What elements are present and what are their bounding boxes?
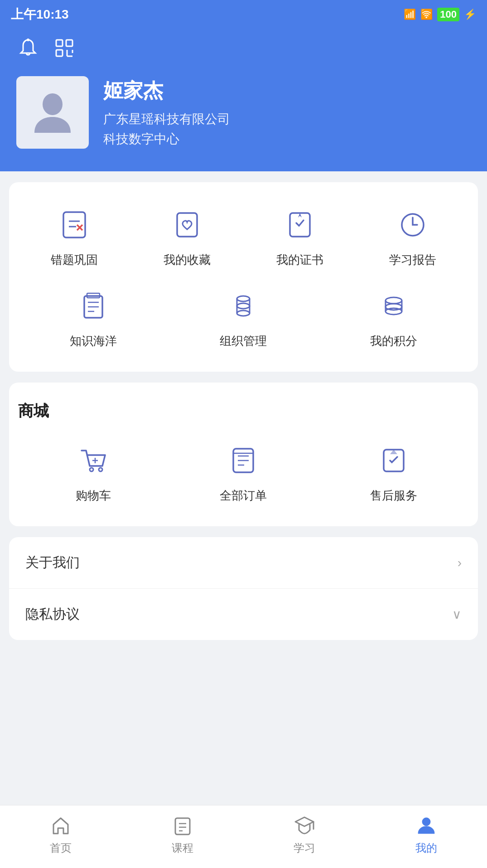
knowledge-ocean-label: 知识海洋	[70, 333, 117, 349]
cart-icon	[73, 441, 113, 480]
study-report-label: 学习报告	[389, 252, 436, 268]
org-icon	[223, 286, 263, 326]
svg-point-22	[237, 303, 250, 309]
after-sales-item[interactable]: 售后服务	[318, 441, 469, 504]
svg-point-0	[27, 39, 29, 41]
notification-button[interactable]	[16, 36, 40, 60]
svg-rect-1	[56, 40, 63, 46]
nav-study[interactable]: 学习	[293, 814, 316, 855]
svg-rect-3	[56, 50, 63, 56]
my-points-item[interactable]: 我的积分	[318, 286, 469, 349]
quick-actions-card: 错题巩固 我的收藏	[9, 182, 478, 372]
svg-point-34	[386, 308, 402, 315]
study-icon	[293, 814, 316, 837]
all-orders-item[interactable]: 全部订单	[169, 441, 319, 504]
mine-icon	[415, 814, 438, 837]
svg-rect-45	[175, 818, 190, 834]
nav-courses-label: 课程	[172, 841, 193, 855]
profile-company: 广东星瑶科技有限公司	[103, 111, 230, 128]
svg-point-36	[99, 468, 102, 471]
home-icon	[49, 814, 72, 837]
certificate-item[interactable]: 我的证书	[244, 205, 357, 268]
orders-icon	[223, 441, 263, 480]
chevron-right-icon: ›	[458, 556, 462, 570]
collection-label: 我的收藏	[164, 252, 211, 268]
shopping-cart-item[interactable]: 购物车	[18, 441, 169, 504]
certificate-icon	[280, 205, 320, 245]
svg-rect-13	[177, 213, 197, 237]
scan-button[interactable]	[53, 36, 76, 60]
certificate-label: 我的证书	[276, 252, 323, 268]
wifi-icon: 🛜	[420, 9, 433, 20]
all-orders-label: 全部订单	[220, 488, 267, 504]
bottom-navigation: 首页 课程 学习 我的	[0, 805, 487, 868]
profile-section: 姬家杰 广东星瑶科技有限公司 科技数字中心	[16, 76, 471, 149]
wrong-questions-icon	[54, 205, 94, 245]
nav-home-label: 首页	[50, 841, 72, 855]
nav-study-label: 学习	[294, 841, 315, 855]
org-management-label: 组织管理	[220, 333, 267, 349]
study-report-item[interactable]: 学习报告	[356, 205, 469, 268]
svg-point-50	[422, 818, 430, 826]
about-us-label: 关于我们	[25, 553, 80, 572]
battery-level: 100	[437, 8, 459, 21]
points-icon	[374, 286, 414, 326]
profile-info: 姬家杰 广东星瑶科技有限公司 科技数字中心	[103, 78, 230, 148]
after-sales-label: 售后服务	[370, 488, 417, 504]
shop-title: 商城	[18, 401, 469, 422]
quick-actions-row2: 知识海洋 组织管理	[18, 281, 469, 354]
quick-actions-row1: 错题巩固 我的收藏	[18, 200, 469, 272]
header-actions	[16, 36, 471, 60]
avatar[interactable]	[16, 76, 89, 149]
my-points-label: 我的积分	[370, 333, 417, 349]
status-bar: 上午10:13 📶 🛜 100 ⚡	[0, 0, 487, 27]
content-area: 错题巩固 我的收藏	[0, 171, 487, 734]
chevron-down-icon: ∨	[452, 607, 462, 622]
battery-charging-icon: ⚡	[464, 9, 476, 20]
svg-rect-2	[66, 40, 72, 46]
study-report-icon	[393, 205, 433, 245]
aftersales-icon	[374, 441, 414, 480]
shop-card: 商城 购物车	[9, 383, 478, 526]
org-management-item[interactable]: 组织管理	[169, 286, 319, 349]
about-us-row[interactable]: 关于我们 ›	[9, 537, 478, 589]
collection-item[interactable]: 我的收藏	[131, 205, 244, 268]
shopping-cart-label: 购物车	[76, 488, 111, 504]
nav-courses[interactable]: 课程	[171, 814, 194, 855]
header-section: 姬家杰 广东星瑶科技有限公司 科技数字中心	[0, 27, 487, 171]
wrong-questions-item[interactable]: 错题巩固	[18, 205, 131, 268]
svg-point-21	[237, 296, 250, 301]
courses-icon	[171, 814, 194, 837]
signal-icon: 📶	[404, 9, 416, 20]
svg-point-35	[90, 468, 93, 471]
nav-home[interactable]: 首页	[49, 814, 72, 855]
knowledge-icon	[73, 286, 113, 326]
collection-icon	[167, 205, 207, 245]
svg-point-28	[386, 297, 402, 304]
nav-mine[interactable]: 我的	[415, 814, 438, 855]
svg-point-7	[43, 93, 63, 115]
knowledge-ocean-item[interactable]: 知识海洋	[18, 286, 169, 349]
privacy-policy-row[interactable]: 隐私协议 ∨	[9, 589, 478, 640]
status-time: 上午10:13	[11, 6, 69, 23]
about-card: 关于我们 › 隐私协议 ∨	[9, 537, 478, 640]
privacy-policy-label: 隐私协议	[25, 605, 80, 624]
status-icons: 📶 🛜 100 ⚡	[404, 8, 476, 21]
svg-point-25	[237, 310, 250, 316]
profile-name: 姬家杰	[103, 78, 230, 104]
shop-items: 购物车 全部订单	[18, 436, 469, 508]
profile-department: 科技数字中心	[103, 131, 230, 148]
nav-mine-label: 我的	[415, 841, 437, 855]
wrong-questions-label: 错题巩固	[51, 252, 98, 268]
